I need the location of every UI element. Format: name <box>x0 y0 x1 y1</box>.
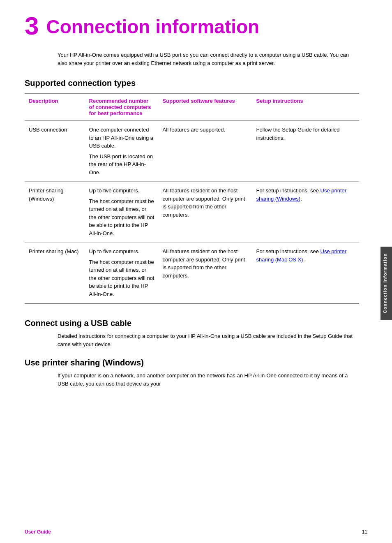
table-row: Printer sharing (Mac) Up to five compute… <box>25 243 359 304</box>
intro-text: Your HP All-in-One comes equipped with a… <box>58 51 359 67</box>
footer-left: User Guide <box>25 529 51 535</box>
supported-connection-section: Supported connection types Description R… <box>25 79 359 304</box>
win-features: All features resident on the host comput… <box>163 187 245 218</box>
usb-rec-p2: The USB port is located on the rear of t… <box>89 153 154 177</box>
table-row: USB connection One computer connected to… <box>25 121 359 182</box>
win-rec-p1: Up to five computers. <box>89 187 154 195</box>
cell-setup-usb: Follow the Setup Guide for detailed inst… <box>252 121 360 182</box>
header-recommended: Recommended number of connected computer… <box>85 93 159 121</box>
cell-rec-usb: One computer connected to an HP All-in-O… <box>85 121 159 182</box>
side-tab: Connection information <box>380 247 392 320</box>
usb-section-text: Detailed instructions for connecting a c… <box>58 332 359 348</box>
mac-rec-p2: The host computer must be turned on at a… <box>89 258 154 298</box>
mac-setup-prefix: For setup instructions, see <box>256 248 321 254</box>
usb-features: All features are supported. <box>163 127 225 133</box>
chapter-title: Connection information <box>46 16 259 37</box>
cell-setup-win: For setup instructions, see Use printer … <box>252 182 360 243</box>
cell-desc-usb: USB connection <box>25 121 85 182</box>
cell-feat-win: All features resident on the host comput… <box>159 182 252 243</box>
chapter-header: 3 Connection information <box>25 16 359 39</box>
win-description: Printer sharing (Windows) <box>29 187 64 202</box>
printer-sharing-heading: Use printer sharing (Windows) <box>25 358 359 367</box>
win-setup-suffix: . <box>300 196 302 202</box>
header-features: Supported software features <box>159 93 252 121</box>
win-rec-p2: The host computer must be turned on at a… <box>89 197 154 238</box>
header-description: Description <box>25 93 85 121</box>
chapter-number: 3 <box>25 13 39 39</box>
mac-features: All features resident on the host comput… <box>163 248 245 279</box>
cell-desc-mac: Printer sharing (Mac) <box>25 243 85 304</box>
page-footer: User Guide 11 <box>0 529 392 535</box>
cell-rec-win: Up to five computers. The host computer … <box>85 182 159 243</box>
cell-feat-usb: All features are supported. <box>159 121 252 182</box>
printer-sharing-text: If your computer is on a network, and an… <box>58 372 359 388</box>
usb-section-heading: Connect using a USB cable <box>25 319 359 328</box>
header-setup: Setup instructions <box>252 93 360 121</box>
cell-setup-mac: For setup instructions, see Use printer … <box>252 243 360 304</box>
usb-setup: Follow the Setup Guide for detailed inst… <box>256 127 340 141</box>
usb-section: Connect using a USB cable Detailed instr… <box>25 319 359 348</box>
cell-feat-mac: All features resident on the host comput… <box>159 243 252 304</box>
mac-setup-suffix: . <box>303 256 305 263</box>
cell-rec-mac: Up to five computers. The host computer … <box>85 243 159 304</box>
connection-table: Description Recommended number of connec… <box>25 93 359 304</box>
cell-desc-win: Printer sharing (Windows) <box>25 182 85 243</box>
win-setup-prefix: For setup instructions, see <box>256 187 321 194</box>
usb-rec-p1: One computer connected to an HP All-in-O… <box>89 126 154 150</box>
table-row: Printer sharing (Windows) Up to five com… <box>25 182 359 243</box>
printer-sharing-section: Use printer sharing (Windows) If your co… <box>25 358 359 388</box>
supported-connection-heading: Supported connection types <box>25 79 359 88</box>
footer-right: 11 <box>362 529 367 535</box>
mac-description: Printer sharing (Mac) <box>29 248 78 254</box>
usb-description: USB connection <box>29 127 67 133</box>
mac-rec-p1: Up to five computers. <box>89 247 154 256</box>
page-container: 3 Connection information Your HP All-in-… <box>0 0 392 414</box>
